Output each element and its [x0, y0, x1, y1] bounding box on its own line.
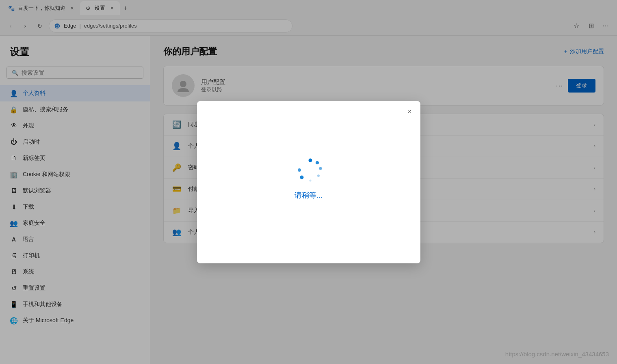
svg-point-6	[310, 179, 312, 181]
loading-spinner	[296, 156, 320, 181]
svg-point-7	[300, 175, 304, 179]
svg-point-5	[317, 174, 320, 177]
loading-text: 请稍等...	[294, 190, 323, 200]
dialog-close-button[interactable]: ×	[404, 106, 416, 117]
svg-point-2	[309, 158, 312, 162]
svg-point-4	[319, 167, 322, 170]
svg-point-8	[298, 168, 301, 172]
loading-overlay: × 请稍等...	[0, 0, 617, 364]
svg-point-3	[316, 161, 319, 164]
loading-dialog: × 请稍等...	[197, 101, 420, 263]
dialog-content: 请稍等...	[278, 101, 339, 247]
